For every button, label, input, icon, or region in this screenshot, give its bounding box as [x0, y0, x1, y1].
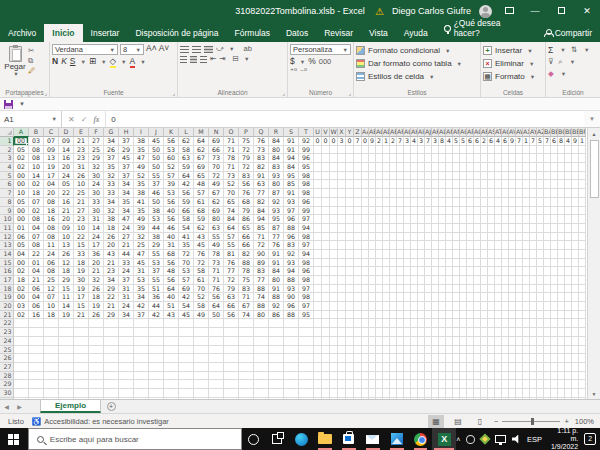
row-header-23[interactable]: 23 — [0, 328, 14, 337]
cell-AJ20[interactable] — [425, 302, 432, 311]
cell-H6[interactable]: 34 — [119, 180, 134, 189]
cell-AM13[interactable] — [446, 241, 453, 250]
cell-S11[interactable]: 88 — [284, 224, 299, 233]
cell-R23[interactable] — [269, 328, 284, 337]
cell-Y4[interactable] — [346, 163, 354, 172]
cell-K4[interactable]: 52 — [164, 163, 179, 172]
cell-AA27[interactable] — [362, 363, 369, 372]
cell-R14[interactable]: 91 — [269, 250, 284, 259]
cell-AJ5[interactable] — [425, 172, 432, 181]
cell-AL18[interactable] — [439, 285, 446, 294]
cell-V29[interactable] — [322, 380, 330, 389]
column-header-U[interactable]: U — [314, 128, 322, 137]
column-header-I[interactable]: I — [134, 128, 149, 137]
cell-AC17[interactable] — [376, 276, 383, 285]
cell-AV19[interactable] — [509, 293, 516, 302]
column-header-AG[interactable]: AG — [404, 128, 411, 137]
cell-AX2[interactable] — [523, 146, 530, 155]
cell-L15[interactable]: 70 — [179, 259, 194, 268]
cell-AG4[interactable] — [404, 163, 411, 172]
column-header-V[interactable]: V — [322, 128, 330, 137]
cell-AX17[interactable] — [523, 276, 530, 285]
cell-Y25[interactable] — [346, 346, 354, 355]
cell-AR10[interactable] — [481, 215, 488, 224]
cell-BC21[interactable] — [558, 311, 565, 320]
cell-AT6[interactable] — [495, 180, 502, 189]
cell-D15[interactable]: 12 — [59, 259, 74, 268]
cell-AZ10[interactable] — [537, 215, 544, 224]
cell-AF15[interactable] — [397, 259, 404, 268]
cell-AX7[interactable] — [523, 189, 530, 198]
cell-E15[interactable]: 18 — [74, 259, 89, 268]
cell-E6[interactable]: 10 — [74, 180, 89, 189]
cell-T8[interactable]: 96 — [299, 198, 314, 207]
cell-AA29[interactable] — [362, 380, 369, 389]
cell-BB11[interactable] — [551, 224, 558, 233]
cell-K23[interactable] — [164, 328, 179, 337]
cell-AO23[interactable] — [460, 328, 467, 337]
cell-AK16[interactable] — [432, 267, 439, 276]
cell-K6[interactable]: 39 — [164, 180, 179, 189]
cell-P13[interactable]: 66 — [239, 241, 254, 250]
row-header-18[interactable]: 18 — [0, 285, 14, 294]
cell-AM1[interactable]: 4 — [446, 137, 453, 146]
cell-AU15[interactable] — [502, 259, 509, 268]
cell-AY4[interactable] — [530, 163, 537, 172]
cell-AU29[interactable] — [502, 380, 509, 389]
cell-BB16[interactable] — [551, 267, 558, 276]
cell-B14[interactable]: 22 — [29, 250, 44, 259]
cell-BD21[interactable] — [565, 311, 572, 320]
row-header-30[interactable]: 30 — [0, 389, 14, 398]
cell-AI13[interactable] — [418, 241, 425, 250]
cell-O9[interactable]: 74 — [224, 207, 239, 216]
cell-Q1[interactable]: 76 — [254, 137, 269, 146]
cell-E13[interactable]: 15 — [74, 241, 89, 250]
cell-AW11[interactable] — [516, 224, 523, 233]
cell-F24[interactable] — [89, 337, 104, 346]
cell-BE23[interactable] — [572, 328, 579, 337]
cell-B8[interactable]: 07 — [29, 198, 44, 207]
cell-AA14[interactable] — [362, 250, 369, 259]
cell-BE29[interactable] — [572, 380, 579, 389]
cell-Q27[interactable] — [254, 363, 269, 372]
cell-Q22[interactable] — [254, 319, 269, 328]
cell-AE18[interactable] — [390, 285, 397, 294]
cell-Z3[interactable] — [354, 154, 362, 163]
cell-BA12[interactable] — [544, 233, 551, 242]
cell-J1[interactable]: 45 — [149, 137, 164, 146]
cell-B6[interactable]: 02 — [29, 180, 44, 189]
cell-Y30[interactable] — [346, 389, 354, 398]
cell-V25[interactable] — [322, 346, 330, 355]
cell-AP21[interactable] — [467, 311, 474, 320]
sort-filter-button[interactable]: ⇅ — [571, 46, 577, 54]
cell-AY12[interactable] — [530, 233, 537, 242]
cell-V17[interactable] — [322, 276, 330, 285]
column-header-AK[interactable]: AK — [432, 128, 439, 137]
cell-AL19[interactable] — [439, 293, 446, 302]
cell-AQ16[interactable] — [474, 267, 481, 276]
cell-N30[interactable] — [209, 389, 224, 398]
cell-F30[interactable] — [89, 389, 104, 398]
cell-J5[interactable]: 55 — [149, 172, 164, 181]
cell-AY19[interactable] — [530, 293, 537, 302]
cell-C29[interactable] — [44, 380, 59, 389]
cell-AS14[interactable] — [488, 250, 495, 259]
cell-AK1[interactable]: 3 — [432, 137, 439, 146]
cell-O6[interactable]: 52 — [224, 180, 239, 189]
cell-AA9[interactable] — [362, 207, 369, 216]
cell-H29[interactable] — [119, 380, 134, 389]
cell-S30[interactable] — [284, 389, 299, 398]
cell-AU1[interactable]: 6 — [502, 137, 509, 146]
cell-AQ26[interactable] — [474, 354, 481, 363]
cell-AM23[interactable] — [446, 328, 453, 337]
cell-Z25[interactable] — [354, 346, 362, 355]
cell-AP5[interactable] — [467, 172, 474, 181]
edge-button[interactable] — [289, 428, 313, 450]
cell-AA7[interactable] — [362, 189, 369, 198]
cell-K25[interactable] — [164, 346, 179, 355]
cell-E21[interactable]: 21 — [74, 311, 89, 320]
cell-BA25[interactable] — [544, 346, 551, 355]
cell-AE27[interactable] — [390, 363, 397, 372]
cell-L27[interactable] — [179, 363, 194, 372]
row-header-26[interactable]: 26 — [0, 354, 14, 363]
